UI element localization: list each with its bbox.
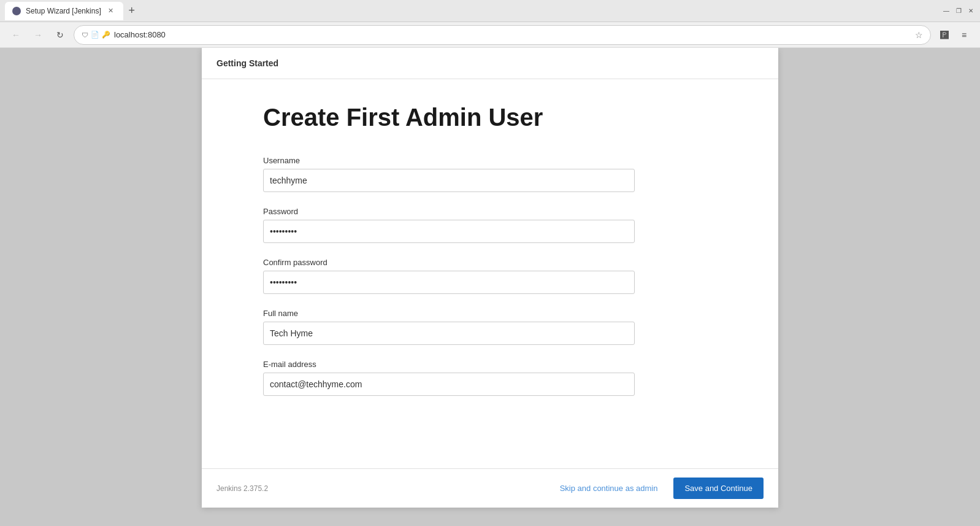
skip-admin-button[interactable]: Skip and continue as admin (551, 478, 667, 499)
page-icon: 📄 (91, 31, 99, 39)
confirm-password-group: Confirm password (263, 258, 717, 294)
page-content: Getting Started Create First Admin User … (0, 48, 980, 526)
card-footer: Jenkins 2.375.2 Skip and continue as adm… (202, 468, 778, 508)
pocket-icon[interactable]: 🅿 (936, 26, 953, 44)
version-label: Jenkins 2.375.2 (216, 484, 268, 493)
password-input[interactable] (263, 220, 635, 243)
wizard-card: Getting Started Create First Admin User … (202, 48, 778, 508)
browser-menu-icon[interactable]: ≡ (955, 26, 973, 44)
browser-tab[interactable]: Setup Wizard [Jenkins] ✕ (5, 2, 123, 20)
new-tab-button[interactable]: + (123, 2, 140, 20)
minimize-button[interactable]: — (942, 7, 951, 15)
back-button[interactable]: ← (7, 26, 25, 44)
browser-extra-icons: 🅿 ≡ (936, 26, 973, 44)
card-header-title: Getting Started (216, 58, 278, 68)
address-text: localhost:8080 (114, 30, 909, 39)
password-group: Password (263, 207, 717, 243)
fullname-label: Full name (263, 309, 717, 318)
lock-icon: 🔑 (102, 31, 110, 39)
username-label: Username (263, 156, 717, 165)
email-group: E-mail address (263, 360, 717, 396)
fullname-group: Full name (263, 309, 717, 345)
username-group: Username (263, 156, 717, 192)
address-bar[interactable]: 🛡 📄 🔑 localhost:8080 ☆ (74, 25, 931, 45)
restore-button[interactable]: ❐ (954, 7, 963, 15)
card-body: Create First Admin User Username Passwor… (202, 79, 778, 468)
browser-chrome: Setup Wizard [Jenkins] ✕ + — ❐ ✕ ← → ↻ (0, 0, 980, 48)
address-security-icons: 🛡 📄 🔑 (82, 31, 110, 39)
tab-title: Setup Wizard [Jenkins] (26, 7, 101, 15)
email-input[interactable] (263, 373, 635, 396)
forward-button[interactable]: → (29, 26, 47, 44)
window-controls: — ❐ ✕ (942, 7, 975, 15)
form-main-title: Create First Admin User (263, 104, 717, 131)
card-header: Getting Started (202, 48, 778, 79)
tab-favicon-icon (12, 7, 21, 15)
tab-close-button[interactable]: ✕ (106, 6, 116, 16)
password-label: Password (263, 207, 717, 216)
bookmark-star-icon[interactable]: ☆ (915, 30, 923, 40)
save-continue-button[interactable]: Save and Continue (673, 478, 764, 499)
footer-actions: Skip and continue as admin Save and Cont… (551, 478, 764, 499)
browser-titlebar: Setup Wizard [Jenkins] ✕ + — ❐ ✕ (0, 0, 980, 22)
browser-toolbar: ← → ↻ 🛡 📄 🔑 localhost:8080 ☆ 🅿 ≡ (0, 22, 980, 48)
confirm-password-label: Confirm password (263, 258, 717, 267)
close-button[interactable]: ✕ (967, 7, 975, 15)
refresh-button[interactable]: ↻ (52, 26, 69, 44)
confirm-password-input[interactable] (263, 271, 635, 294)
email-label: E-mail address (263, 360, 717, 369)
fullname-input[interactable] (263, 322, 635, 345)
shield-icon: 🛡 (82, 31, 88, 39)
username-input[interactable] (263, 169, 635, 192)
